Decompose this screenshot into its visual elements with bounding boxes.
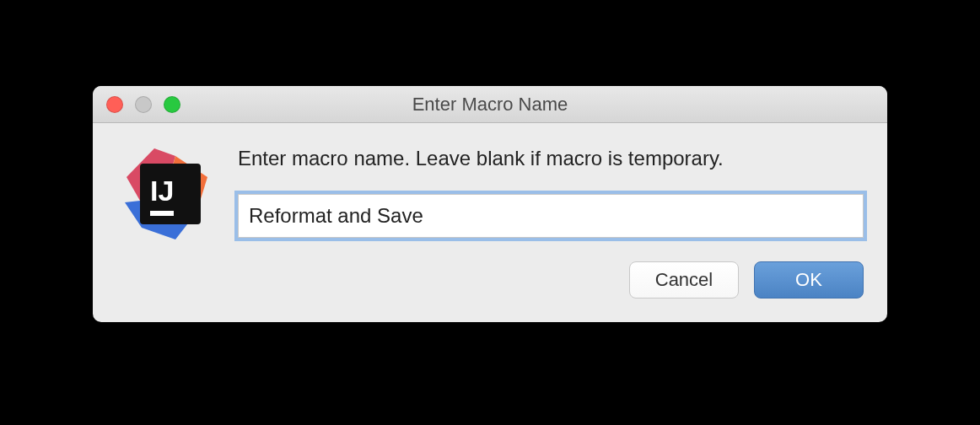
dialog-content: IJ Enter macro name. Leave blank if macr… (93, 123, 887, 322)
dialog-main: Enter macro name. Leave blank if macro i… (238, 143, 864, 299)
minimize-window-button[interactable] (135, 96, 152, 113)
button-row: Cancel OK (238, 261, 864, 299)
ok-button[interactable]: OK (754, 261, 864, 299)
macro-name-input-wrapper (238, 194, 864, 238)
titlebar: Enter Macro Name (93, 86, 887, 123)
enter-macro-name-dialog: Enter Macro Name IJ Enter macro name. Le… (93, 86, 887, 322)
close-window-button[interactable] (106, 96, 123, 113)
macro-name-input[interactable] (238, 194, 864, 238)
dialog-title: Enter Macro Name (93, 94, 887, 116)
cancel-button[interactable]: Cancel (629, 261, 739, 299)
zoom-window-button[interactable] (164, 96, 180, 113)
prompt-text: Enter macro name. Leave blank if macro i… (238, 147, 864, 170)
svg-rect-6 (150, 211, 174, 216)
svg-text:IJ: IJ (150, 175, 174, 207)
intellij-idea-icon: IJ (116, 143, 218, 245)
window-controls (93, 96, 180, 113)
